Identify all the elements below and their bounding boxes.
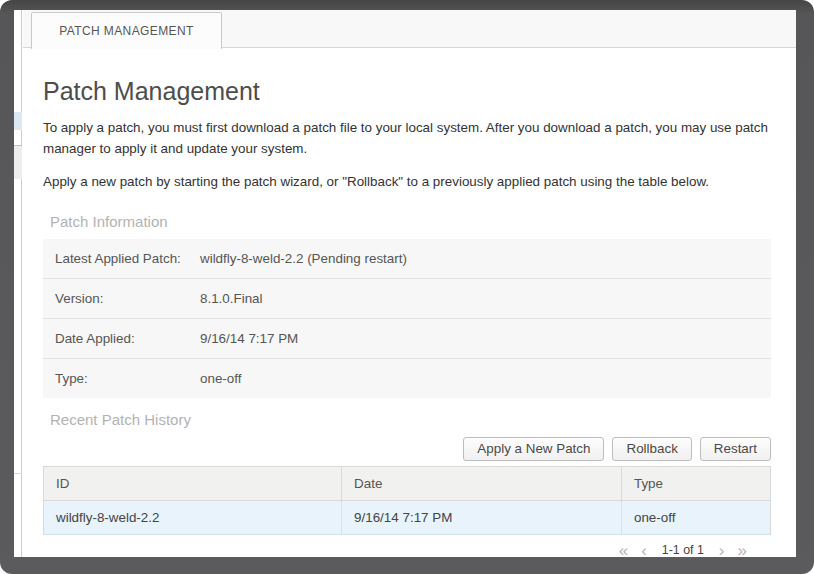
section-heading-patch-information: Patch Information (43, 213, 771, 230)
info-value: 8.1.0.Final (200, 291, 263, 306)
info-value: 9/16/14 7:17 PM (200, 331, 298, 346)
restart-button[interactable]: Restart (700, 437, 771, 461)
table-header-row: ID Date Type (44, 466, 771, 500)
info-value: one-off (200, 371, 241, 386)
info-value: wildfly-8-weld-2.2 (Pending restart) (200, 251, 407, 266)
patch-information-panel: Latest Applied Patch: wildfly-8-weld-2.2… (43, 239, 771, 398)
pagination-count-label: 1-1 of 1 (660, 543, 706, 557)
info-row-date-applied: Date Applied: 9/16/14 7:17 PM (43, 318, 771, 358)
patch-history-table: ID Date Type wildfly-8-weld-2.2 9/16/14 … (43, 466, 771, 535)
column-header-type: Type (621, 466, 770, 500)
column-header-date: Date (342, 466, 622, 500)
pagination: « ‹ 1-1 of 1 › » (43, 542, 747, 559)
info-label: Date Applied: (55, 331, 200, 346)
patch-management-window: PATCH MANAGEMENT Patch Management To app… (14, 10, 796, 557)
sliver-highlight-segment (14, 112, 22, 130)
column-header-id: ID (44, 466, 342, 500)
background-page-sliver (14, 10, 22, 557)
pagination-prev-icon[interactable]: ‹ (641, 542, 647, 559)
page-title: Patch Management (43, 77, 771, 106)
rollback-button[interactable]: Rollback (612, 437, 691, 461)
cell-date[interactable]: 9/16/14 7:17 PM (342, 500, 622, 534)
info-row-version: Version: 8.1.0.Final (43, 278, 771, 318)
section-heading-recent-patch-history: Recent Patch History (43, 411, 771, 428)
pagination-last-icon[interactable]: » (738, 542, 747, 559)
info-row-type: Type: one-off (43, 358, 771, 398)
info-label: Latest Applied Patch: (55, 251, 200, 266)
pagination-first-icon[interactable]: « (619, 542, 628, 559)
pagination-next-icon[interactable]: › (719, 542, 725, 559)
info-row-latest-applied-patch: Latest Applied Patch: wildfly-8-weld-2.2… (43, 239, 771, 278)
main-content: Patch Management To apply a patch, you m… (43, 49, 771, 559)
tab-patch-management-label: PATCH MANAGEMENT (59, 24, 194, 38)
cell-id[interactable]: wildfly-8-weld-2.2 (44, 500, 342, 534)
intro-paragraph-2: Apply a new patch by starting the patch … (43, 171, 769, 192)
intro-paragraph-1: To apply a patch, you must first downloa… (43, 117, 769, 159)
sliver-divider (14, 473, 22, 474)
info-label: Type: (55, 371, 200, 386)
apply-new-patch-button[interactable]: Apply a New Patch (463, 437, 604, 461)
history-toolbar: Apply a New Patch Rollback Restart (43, 437, 771, 461)
sliver-gray-segment (14, 146, 22, 179)
info-label: Version: (55, 291, 200, 306)
cell-type[interactable]: one-off (621, 500, 770, 534)
tab-patch-management[interactable]: PATCH MANAGEMENT (31, 12, 222, 49)
table-row[interactable]: wildfly-8-weld-2.2 9/16/14 7:17 PM one-o… (44, 500, 771, 534)
